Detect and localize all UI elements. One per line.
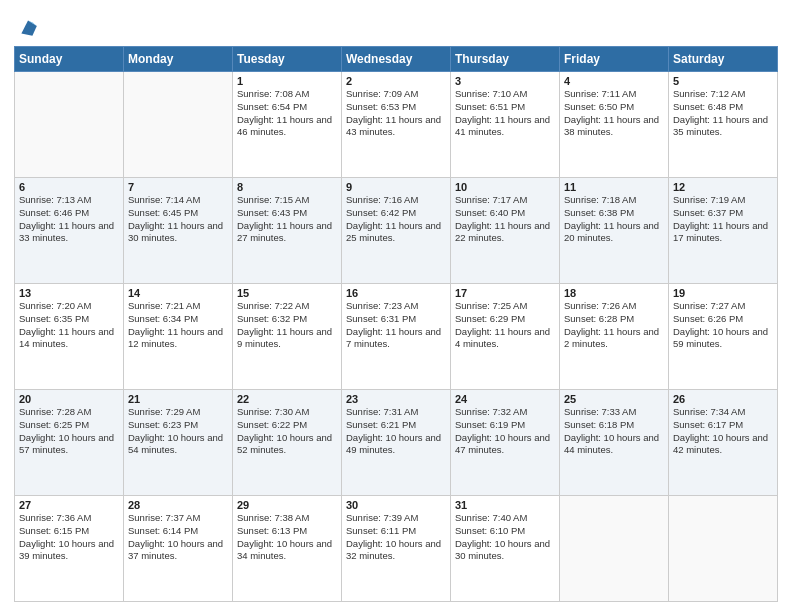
day-info: Sunrise: 7:13 AM Sunset: 6:46 PM Dayligh…: [19, 194, 119, 245]
calendar-cell: 29Sunrise: 7:38 AM Sunset: 6:13 PM Dayli…: [233, 496, 342, 602]
day-info: Sunrise: 7:11 AM Sunset: 6:50 PM Dayligh…: [564, 88, 664, 139]
day-info: Sunrise: 7:12 AM Sunset: 6:48 PM Dayligh…: [673, 88, 773, 139]
weekday-header-saturday: Saturday: [669, 47, 778, 72]
day-number: 30: [346, 499, 446, 511]
day-number: 22: [237, 393, 337, 405]
calendar-cell: 3Sunrise: 7:10 AM Sunset: 6:51 PM Daylig…: [451, 72, 560, 178]
day-info: Sunrise: 7:26 AM Sunset: 6:28 PM Dayligh…: [564, 300, 664, 351]
day-info: Sunrise: 7:32 AM Sunset: 6:19 PM Dayligh…: [455, 406, 555, 457]
weekday-header-row: SundayMondayTuesdayWednesdayThursdayFrid…: [15, 47, 778, 72]
day-number: 1: [237, 75, 337, 87]
day-number: 31: [455, 499, 555, 511]
day-number: 19: [673, 287, 773, 299]
logo-icon: [17, 16, 39, 38]
calendar-table: SundayMondayTuesdayWednesdayThursdayFrid…: [14, 46, 778, 602]
day-info: Sunrise: 7:38 AM Sunset: 6:13 PM Dayligh…: [237, 512, 337, 563]
day-info: Sunrise: 7:16 AM Sunset: 6:42 PM Dayligh…: [346, 194, 446, 245]
day-info: Sunrise: 7:19 AM Sunset: 6:37 PM Dayligh…: [673, 194, 773, 245]
logo: [14, 10, 39, 38]
day-number: 24: [455, 393, 555, 405]
calendar-cell: 25Sunrise: 7:33 AM Sunset: 6:18 PM Dayli…: [560, 390, 669, 496]
day-number: 23: [346, 393, 446, 405]
day-number: 7: [128, 181, 228, 193]
day-info: Sunrise: 7:40 AM Sunset: 6:10 PM Dayligh…: [455, 512, 555, 563]
calendar-cell: 5Sunrise: 7:12 AM Sunset: 6:48 PM Daylig…: [669, 72, 778, 178]
calendar-week-5: 27Sunrise: 7:36 AM Sunset: 6:15 PM Dayli…: [15, 496, 778, 602]
weekday-header-tuesday: Tuesday: [233, 47, 342, 72]
day-number: 16: [346, 287, 446, 299]
day-info: Sunrise: 7:23 AM Sunset: 6:31 PM Dayligh…: [346, 300, 446, 351]
calendar-cell: 11Sunrise: 7:18 AM Sunset: 6:38 PM Dayli…: [560, 178, 669, 284]
calendar-cell: 20Sunrise: 7:28 AM Sunset: 6:25 PM Dayli…: [15, 390, 124, 496]
calendar-week-2: 6Sunrise: 7:13 AM Sunset: 6:46 PM Daylig…: [15, 178, 778, 284]
calendar-week-4: 20Sunrise: 7:28 AM Sunset: 6:25 PM Dayli…: [15, 390, 778, 496]
day-number: 11: [564, 181, 664, 193]
day-number: 25: [564, 393, 664, 405]
day-info: Sunrise: 7:36 AM Sunset: 6:15 PM Dayligh…: [19, 512, 119, 563]
day-info: Sunrise: 7:18 AM Sunset: 6:38 PM Dayligh…: [564, 194, 664, 245]
header: [14, 10, 778, 38]
weekday-header-thursday: Thursday: [451, 47, 560, 72]
calendar-cell: 31Sunrise: 7:40 AM Sunset: 6:10 PM Dayli…: [451, 496, 560, 602]
day-number: 15: [237, 287, 337, 299]
day-info: Sunrise: 7:21 AM Sunset: 6:34 PM Dayligh…: [128, 300, 228, 351]
day-number: 29: [237, 499, 337, 511]
calendar-cell: 28Sunrise: 7:37 AM Sunset: 6:14 PM Dayli…: [124, 496, 233, 602]
calendar-cell: 10Sunrise: 7:17 AM Sunset: 6:40 PM Dayli…: [451, 178, 560, 284]
day-number: 10: [455, 181, 555, 193]
day-info: Sunrise: 7:17 AM Sunset: 6:40 PM Dayligh…: [455, 194, 555, 245]
calendar-cell: 15Sunrise: 7:22 AM Sunset: 6:32 PM Dayli…: [233, 284, 342, 390]
day-number: 14: [128, 287, 228, 299]
calendar-cell: 19Sunrise: 7:27 AM Sunset: 6:26 PM Dayli…: [669, 284, 778, 390]
calendar-cell: 7Sunrise: 7:14 AM Sunset: 6:45 PM Daylig…: [124, 178, 233, 284]
calendar-cell: 8Sunrise: 7:15 AM Sunset: 6:43 PM Daylig…: [233, 178, 342, 284]
day-info: Sunrise: 7:27 AM Sunset: 6:26 PM Dayligh…: [673, 300, 773, 351]
day-info: Sunrise: 7:28 AM Sunset: 6:25 PM Dayligh…: [19, 406, 119, 457]
day-info: Sunrise: 7:37 AM Sunset: 6:14 PM Dayligh…: [128, 512, 228, 563]
day-number: 4: [564, 75, 664, 87]
day-info: Sunrise: 7:29 AM Sunset: 6:23 PM Dayligh…: [128, 406, 228, 457]
day-info: Sunrise: 7:34 AM Sunset: 6:17 PM Dayligh…: [673, 406, 773, 457]
calendar-cell: 9Sunrise: 7:16 AM Sunset: 6:42 PM Daylig…: [342, 178, 451, 284]
calendar-cell: 13Sunrise: 7:20 AM Sunset: 6:35 PM Dayli…: [15, 284, 124, 390]
calendar-cell: 2Sunrise: 7:09 AM Sunset: 6:53 PM Daylig…: [342, 72, 451, 178]
day-number: 6: [19, 181, 119, 193]
weekday-header-wednesday: Wednesday: [342, 47, 451, 72]
calendar-cell: 4Sunrise: 7:11 AM Sunset: 6:50 PM Daylig…: [560, 72, 669, 178]
calendar-cell: [124, 72, 233, 178]
weekday-header-friday: Friday: [560, 47, 669, 72]
calendar-cell: 14Sunrise: 7:21 AM Sunset: 6:34 PM Dayli…: [124, 284, 233, 390]
day-number: 8: [237, 181, 337, 193]
weekday-header-monday: Monday: [124, 47, 233, 72]
day-number: 17: [455, 287, 555, 299]
day-info: Sunrise: 7:09 AM Sunset: 6:53 PM Dayligh…: [346, 88, 446, 139]
day-info: Sunrise: 7:30 AM Sunset: 6:22 PM Dayligh…: [237, 406, 337, 457]
day-info: Sunrise: 7:20 AM Sunset: 6:35 PM Dayligh…: [19, 300, 119, 351]
day-number: 28: [128, 499, 228, 511]
calendar-cell: 18Sunrise: 7:26 AM Sunset: 6:28 PM Dayli…: [560, 284, 669, 390]
day-info: Sunrise: 7:39 AM Sunset: 6:11 PM Dayligh…: [346, 512, 446, 563]
day-number: 12: [673, 181, 773, 193]
weekday-header-sunday: Sunday: [15, 47, 124, 72]
day-info: Sunrise: 7:22 AM Sunset: 6:32 PM Dayligh…: [237, 300, 337, 351]
day-info: Sunrise: 7:15 AM Sunset: 6:43 PM Dayligh…: [237, 194, 337, 245]
day-info: Sunrise: 7:33 AM Sunset: 6:18 PM Dayligh…: [564, 406, 664, 457]
day-info: Sunrise: 7:14 AM Sunset: 6:45 PM Dayligh…: [128, 194, 228, 245]
calendar-cell: 17Sunrise: 7:25 AM Sunset: 6:29 PM Dayli…: [451, 284, 560, 390]
calendar-cell: 22Sunrise: 7:30 AM Sunset: 6:22 PM Dayli…: [233, 390, 342, 496]
page: SundayMondayTuesdayWednesdayThursdayFrid…: [0, 0, 792, 612]
calendar-cell: 30Sunrise: 7:39 AM Sunset: 6:11 PM Dayli…: [342, 496, 451, 602]
calendar-cell: 21Sunrise: 7:29 AM Sunset: 6:23 PM Dayli…: [124, 390, 233, 496]
day-number: 20: [19, 393, 119, 405]
day-info: Sunrise: 7:08 AM Sunset: 6:54 PM Dayligh…: [237, 88, 337, 139]
day-number: 9: [346, 181, 446, 193]
calendar-cell: 27Sunrise: 7:36 AM Sunset: 6:15 PM Dayli…: [15, 496, 124, 602]
calendar-week-3: 13Sunrise: 7:20 AM Sunset: 6:35 PM Dayli…: [15, 284, 778, 390]
day-info: Sunrise: 7:25 AM Sunset: 6:29 PM Dayligh…: [455, 300, 555, 351]
calendar-cell: 12Sunrise: 7:19 AM Sunset: 6:37 PM Dayli…: [669, 178, 778, 284]
day-number: 27: [19, 499, 119, 511]
day-number: 18: [564, 287, 664, 299]
day-number: 26: [673, 393, 773, 405]
day-number: 3: [455, 75, 555, 87]
svg-marker-0: [21, 20, 36, 35]
